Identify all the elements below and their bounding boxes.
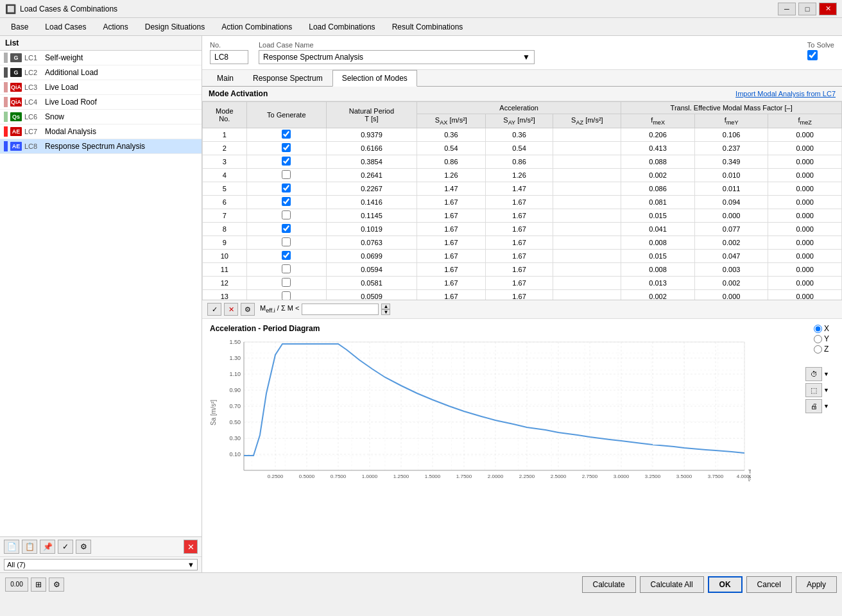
bottom-bar: 0.00 ⊞ ⚙ Calculate Calculate All OK Canc…	[0, 572, 842, 595]
mode-checkbox[interactable]	[282, 278, 291, 287]
title-bar: 🔲 Load Cases & Combinations ─ □ ✕	[0, 0, 842, 18]
no-value[interactable]: LC8	[210, 50, 248, 64]
mode-checkbox[interactable]	[282, 251, 291, 260]
calculate-button[interactable]: Calculate	[582, 576, 636, 593]
mode-checkbox[interactable]	[282, 197, 291, 206]
tab-main[interactable]: Main	[207, 70, 243, 86]
cell-fmez: 0.000	[768, 196, 842, 209]
cell-period: 0.2641	[326, 169, 417, 182]
chart-scale-button[interactable]: ⬚	[805, 383, 822, 397]
menu-load-combinations[interactable]: Load Combinations	[300, 18, 383, 35]
mode-checkbox[interactable]	[282, 291, 291, 300]
mode-checkbox[interactable]	[282, 130, 291, 139]
delete-row-button[interactable]: ✕	[224, 303, 238, 316]
cell-say: 0.54	[485, 142, 553, 155]
table-row: 80.10191.671.670.0410.0770.000	[203, 223, 842, 236]
cell-period: 0.0763	[326, 236, 417, 250]
units-button[interactable]: 0.00	[5, 578, 28, 592]
import-link[interactable]: Import Modal Analysis from LC7	[735, 90, 836, 98]
list-item-lc3[interactable]: QiALC3Live Load	[0, 80, 202, 95]
chart-svg: 1.50 1.30 1.10 0.90 0.70 0.50 0.30 0.10 …	[218, 336, 751, 490]
spin-up-button[interactable]: ▲	[381, 304, 390, 309]
mode-checkbox[interactable]	[282, 184, 291, 193]
menu-actions[interactable]: Actions	[94, 18, 136, 35]
cell-fmex: 0.086	[621, 182, 695, 196]
mode-checkbox[interactable]	[282, 210, 291, 219]
cell-fmey: 0.106	[694, 128, 768, 142]
cell-fmex: 0.081	[621, 196, 695, 209]
add-item-button[interactable]: 📄	[4, 540, 19, 554]
svg-text:1.0000: 1.0000	[362, 474, 378, 479]
radio-x[interactable]	[814, 325, 822, 333]
list-item-lc1[interactable]: GLC1Self-weight	[0, 51, 202, 65]
name-value[interactable]: Response Spectrum Analysis ▼	[259, 50, 535, 64]
check-button[interactable]: ✓	[58, 540, 73, 554]
cell-mode: 2	[203, 142, 247, 155]
mode-checkbox[interactable]	[282, 157, 291, 166]
close-button[interactable]: ✕	[819, 3, 837, 15]
cell-say: 1.47	[485, 182, 553, 196]
mode-checkbox[interactable]	[282, 264, 291, 273]
filter-dropdown[interactable]: All (7) ▼	[4, 559, 198, 570]
list-item-lc2[interactable]: GLC2Additional Load	[0, 65, 202, 80]
app-icon: 🔲	[5, 4, 16, 14]
cell-mode: 7	[203, 209, 247, 223]
radio-y[interactable]	[814, 335, 822, 343]
chart-print-button[interactable]: 🖨	[805, 399, 822, 413]
minimize-button[interactable]: ─	[778, 3, 796, 15]
item-name: Response Spectrum Analysis	[45, 142, 145, 151]
mode-checkbox[interactable]	[282, 224, 291, 233]
paste-item-button[interactable]: 📌	[40, 540, 55, 554]
cell-fmex: 0.088	[621, 155, 695, 169]
meff-input[interactable]	[302, 304, 379, 315]
cell-saz	[553, 290, 621, 300]
cell-fmey: 0.349	[694, 155, 768, 169]
color-bar	[4, 126, 8, 137]
tab-selection-of-modes[interactable]: Selection of Modes	[332, 70, 417, 87]
menu-design-situations[interactable]: Design Situations	[137, 18, 213, 35]
cell-period: 0.3854	[326, 155, 417, 169]
tab-response-spectrum[interactable]: Response Spectrum	[243, 70, 332, 86]
menu-base[interactable]: Base	[3, 18, 37, 35]
chart-time-button[interactable]: ⏱	[805, 367, 822, 381]
svg-text:3.7500: 3.7500	[708, 474, 724, 479]
menu-action-combinations[interactable]: Action Combinations	[213, 18, 300, 35]
cell-mode: 10	[203, 250, 247, 263]
mode-checkbox[interactable]	[282, 237, 291, 246]
list-item-lc8[interactable]: AELC8Response Spectrum Analysis	[0, 139, 202, 154]
ok-button[interactable]: OK	[708, 576, 743, 593]
mode-checkbox[interactable]	[282, 143, 291, 152]
cell-fmex: 0.008	[621, 263, 695, 277]
apply-button[interactable]: Apply	[796, 576, 837, 593]
list-item-lc7[interactable]: AELC7Modal Analysis	[0, 124, 202, 139]
radio-z[interactable]	[814, 345, 822, 354]
settings-button[interactable]: ⚙	[76, 540, 91, 554]
cell-fmez: 0.000	[768, 142, 842, 155]
mode-checkbox[interactable]	[282, 170, 291, 179]
col-sax: SAX [m/s²]	[417, 114, 485, 128]
cancel-button[interactable]: Cancel	[746, 576, 792, 593]
config-button[interactable]: ⚙	[49, 578, 64, 592]
grid-button[interactable]: ⊞	[31, 578, 46, 592]
bottom-right-buttons: Calculate Calculate All OK Cancel Apply	[582, 576, 837, 593]
tag-badge: AE	[10, 142, 22, 151]
settings-row-button[interactable]: ⚙	[241, 303, 255, 316]
cell-fmey: 0.002	[694, 236, 768, 250]
cell-mode: 1	[203, 128, 247, 142]
maximize-button[interactable]: □	[798, 3, 816, 15]
delete-button[interactable]: ✕	[184, 540, 198, 554]
list-items: GLC1Self-weightGLC2Additional LoadQiALC3…	[0, 51, 202, 536]
cell-fmey: 0.003	[694, 263, 768, 277]
list-item-lc6[interactable]: QsLC6Snow	[0, 110, 202, 124]
copy-item-button[interactable]: 📋	[22, 540, 37, 554]
menu-loadcases[interactable]: Load Cases	[37, 18, 94, 35]
spin-down-button[interactable]: ▼	[381, 309, 390, 315]
menu-result-combinations[interactable]: Result Combinations	[384, 18, 472, 35]
cell-fmez: 0.000	[768, 155, 842, 169]
cell-period: 0.1145	[326, 209, 417, 223]
tosolve-checkbox[interactable]	[807, 50, 818, 60]
calculate-all-button[interactable]: Calculate All	[640, 576, 704, 593]
list-item-lc4[interactable]: QiALC4Live Load Roof	[0, 95, 202, 110]
add-row-button[interactable]: ✓	[207, 303, 221, 316]
item-code: LC2	[24, 69, 42, 76]
